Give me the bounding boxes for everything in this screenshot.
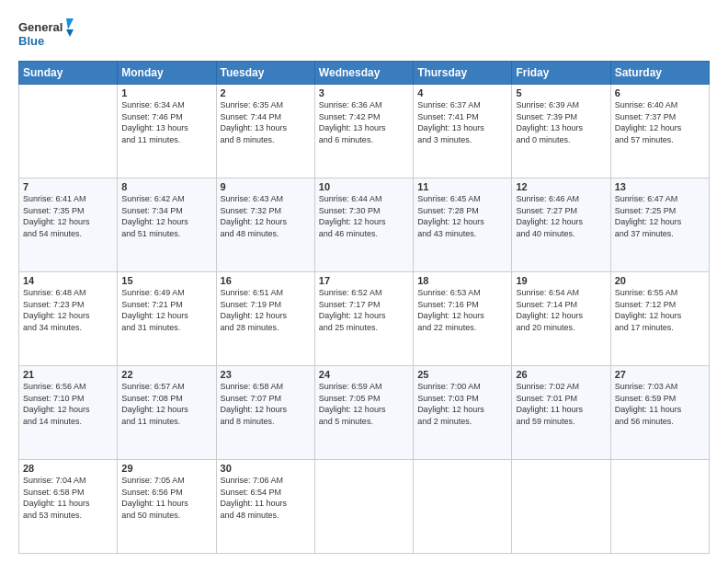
day-header-sunday: Sunday	[19, 62, 118, 85]
week-row: 28Sunrise: 7:04 AM Sunset: 6:58 PM Dayli…	[19, 460, 710, 554]
cell-info: Sunrise: 6:41 AM Sunset: 7:35 PM Dayligh…	[23, 193, 113, 239]
calendar-cell: 5Sunrise: 6:39 AM Sunset: 7:39 PM Daylig…	[512, 85, 610, 178]
day-number: 6	[615, 87, 705, 98]
day-number: 7	[23, 181, 113, 192]
cell-info: Sunrise: 6:39 AM Sunset: 7:39 PM Dayligh…	[516, 99, 606, 145]
calendar-cell: 19Sunrise: 6:54 AM Sunset: 7:14 PM Dayli…	[512, 272, 610, 366]
day-number: 12	[516, 181, 606, 192]
header-row: SundayMondayTuesdayWednesdayThursdayFrid…	[19, 62, 710, 85]
day-number: 11	[417, 181, 507, 192]
day-number: 26	[516, 369, 606, 380]
calendar-cell	[610, 460, 709, 554]
calendar-cell: 9Sunrise: 6:43 AM Sunset: 7:32 PM Daylig…	[216, 178, 314, 272]
cell-info: Sunrise: 6:45 AM Sunset: 7:28 PM Dayligh…	[417, 193, 507, 239]
day-header-saturday: Saturday	[610, 62, 709, 85]
day-number: 5	[516, 87, 606, 98]
calendar-cell: 18Sunrise: 6:53 AM Sunset: 7:16 PM Dayli…	[414, 272, 512, 366]
calendar-cell: 17Sunrise: 6:52 AM Sunset: 7:17 PM Dayli…	[314, 272, 413, 366]
calendar-cell: 7Sunrise: 6:41 AM Sunset: 7:35 PM Daylig…	[19, 178, 118, 272]
svg-text:General: General	[18, 20, 63, 34]
day-header-thursday: Thursday	[414, 62, 512, 85]
calendar-cell: 11Sunrise: 6:45 AM Sunset: 7:28 PM Dayli…	[414, 178, 512, 272]
logo-svg: General Blue	[18, 17, 74, 52]
day-number: 8	[121, 181, 211, 192]
cell-info: Sunrise: 6:37 AM Sunset: 7:41 PM Dayligh…	[417, 99, 507, 145]
day-number: 25	[417, 369, 507, 380]
cell-info: Sunrise: 6:34 AM Sunset: 7:46 PM Dayligh…	[121, 99, 211, 145]
cell-info: Sunrise: 6:40 AM Sunset: 7:37 PM Dayligh…	[615, 99, 705, 145]
day-number: 23	[221, 369, 311, 380]
calendar-cell: 6Sunrise: 6:40 AM Sunset: 7:37 PM Daylig…	[610, 85, 709, 178]
calendar-cell	[314, 460, 413, 554]
cell-info: Sunrise: 6:43 AM Sunset: 7:32 PM Dayligh…	[221, 193, 311, 239]
calendar-cell: 14Sunrise: 6:48 AM Sunset: 7:23 PM Dayli…	[19, 272, 118, 366]
cell-info: Sunrise: 7:02 AM Sunset: 7:01 PM Dayligh…	[516, 381, 606, 427]
calendar-cell: 4Sunrise: 6:37 AM Sunset: 7:41 PM Daylig…	[414, 85, 512, 178]
week-row: 14Sunrise: 6:48 AM Sunset: 7:23 PM Dayli…	[19, 272, 710, 366]
cell-info: Sunrise: 6:58 AM Sunset: 7:07 PM Dayligh…	[221, 381, 311, 427]
day-number: 14	[23, 275, 113, 286]
day-number: 19	[516, 275, 606, 286]
cell-info: Sunrise: 6:47 AM Sunset: 7:25 PM Dayligh…	[615, 193, 705, 239]
calendar-cell: 10Sunrise: 6:44 AM Sunset: 7:30 PM Dayli…	[314, 178, 413, 272]
cell-info: Sunrise: 6:59 AM Sunset: 7:05 PM Dayligh…	[319, 381, 409, 427]
cell-info: Sunrise: 6:44 AM Sunset: 7:30 PM Dayligh…	[319, 193, 409, 239]
calendar-cell: 26Sunrise: 7:02 AM Sunset: 7:01 PM Dayli…	[512, 366, 610, 460]
cell-info: Sunrise: 7:04 AM Sunset: 6:58 PM Dayligh…	[23, 475, 113, 521]
day-number: 28	[23, 463, 113, 474]
cell-info: Sunrise: 6:36 AM Sunset: 7:42 PM Dayligh…	[319, 99, 409, 145]
cell-info: Sunrise: 6:49 AM Sunset: 7:21 PM Dayligh…	[121, 287, 211, 333]
calendar-cell: 28Sunrise: 7:04 AM Sunset: 6:58 PM Dayli…	[19, 460, 118, 554]
calendar-cell: 16Sunrise: 6:51 AM Sunset: 7:19 PM Dayli…	[216, 272, 314, 366]
day-number: 9	[221, 181, 311, 192]
day-number: 16	[221, 275, 311, 286]
calendar-cell: 2Sunrise: 6:35 AM Sunset: 7:44 PM Daylig…	[216, 85, 314, 178]
cell-info: Sunrise: 6:53 AM Sunset: 7:16 PM Dayligh…	[417, 287, 507, 333]
day-number: 20	[615, 275, 705, 286]
header: General Blue	[18, 17, 710, 52]
week-row: 21Sunrise: 6:56 AM Sunset: 7:10 PM Dayli…	[19, 366, 710, 460]
logo: General Blue	[18, 17, 74, 52]
cell-info: Sunrise: 7:03 AM Sunset: 6:59 PM Dayligh…	[615, 381, 705, 427]
day-number: 27	[615, 369, 705, 380]
svg-marker-3	[66, 29, 74, 37]
calendar-cell: 13Sunrise: 6:47 AM Sunset: 7:25 PM Dayli…	[610, 178, 709, 272]
calendar-cell: 3Sunrise: 6:36 AM Sunset: 7:42 PM Daylig…	[314, 85, 413, 178]
calendar-cell: 30Sunrise: 7:06 AM Sunset: 6:54 PM Dayli…	[216, 460, 314, 554]
day-number: 4	[417, 87, 507, 98]
calendar-cell: 8Sunrise: 6:42 AM Sunset: 7:34 PM Daylig…	[118, 178, 216, 272]
week-row: 7Sunrise: 6:41 AM Sunset: 7:35 PM Daylig…	[19, 178, 710, 272]
day-number: 3	[319, 87, 409, 98]
calendar-cell	[512, 460, 610, 554]
cell-info: Sunrise: 7:05 AM Sunset: 6:56 PM Dayligh…	[121, 475, 211, 521]
cell-info: Sunrise: 6:52 AM Sunset: 7:17 PM Dayligh…	[319, 287, 409, 333]
day-number: 29	[121, 463, 211, 474]
day-number: 22	[121, 369, 211, 380]
calendar-cell: 21Sunrise: 6:56 AM Sunset: 7:10 PM Dayli…	[19, 366, 118, 460]
calendar-cell: 22Sunrise: 6:57 AM Sunset: 7:08 PM Dayli…	[118, 366, 216, 460]
day-number: 15	[121, 275, 211, 286]
day-number: 30	[221, 463, 311, 474]
day-number: 1	[121, 87, 211, 98]
calendar-cell: 1Sunrise: 6:34 AM Sunset: 7:46 PM Daylig…	[118, 85, 216, 178]
cell-info: Sunrise: 6:56 AM Sunset: 7:10 PM Dayligh…	[23, 381, 113, 427]
svg-text:Blue: Blue	[18, 34, 44, 48]
day-number: 17	[319, 275, 409, 286]
cell-info: Sunrise: 6:55 AM Sunset: 7:12 PM Dayligh…	[615, 287, 705, 333]
day-header-wednesday: Wednesday	[314, 62, 413, 85]
calendar-cell	[414, 460, 512, 554]
day-header-friday: Friday	[512, 62, 610, 85]
calendar-cell: 15Sunrise: 6:49 AM Sunset: 7:21 PM Dayli…	[118, 272, 216, 366]
day-number: 18	[417, 275, 507, 286]
day-number: 10	[319, 181, 409, 192]
cell-info: Sunrise: 6:54 AM Sunset: 7:14 PM Dayligh…	[516, 287, 606, 333]
day-header-monday: Monday	[118, 62, 216, 85]
week-row: 1Sunrise: 6:34 AM Sunset: 7:46 PM Daylig…	[19, 85, 710, 178]
cell-info: Sunrise: 6:57 AM Sunset: 7:08 PM Dayligh…	[121, 381, 211, 427]
day-number: 2	[221, 87, 311, 98]
calendar-cell: 12Sunrise: 6:46 AM Sunset: 7:27 PM Dayli…	[512, 178, 610, 272]
calendar-cell: 25Sunrise: 7:00 AM Sunset: 7:03 PM Dayli…	[414, 366, 512, 460]
cell-info: Sunrise: 6:46 AM Sunset: 7:27 PM Dayligh…	[516, 193, 606, 239]
cell-info: Sunrise: 6:48 AM Sunset: 7:23 PM Dayligh…	[23, 287, 113, 333]
day-number: 13	[615, 181, 705, 192]
